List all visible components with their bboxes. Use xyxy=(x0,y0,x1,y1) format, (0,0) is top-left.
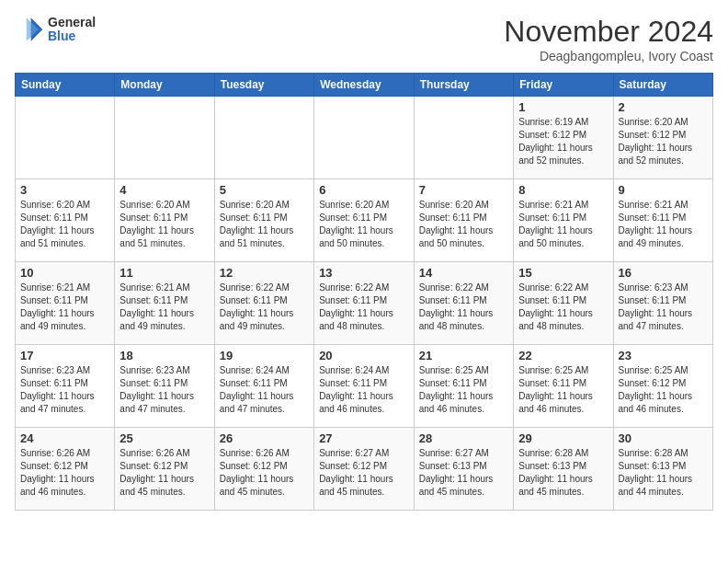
calendar-cell: 11Sunrise: 6:21 AM Sunset: 6:11 PM Dayli… xyxy=(115,262,214,345)
day-of-week-header: Friday xyxy=(514,74,613,97)
day-number: 4 xyxy=(119,183,209,197)
calendar-week-row: 10Sunrise: 6:21 AM Sunset: 6:11 PM Dayli… xyxy=(16,262,713,345)
day-info: Sunrise: 6:23 AM Sunset: 6:11 PM Dayligh… xyxy=(20,364,109,416)
calendar-cell: 22Sunrise: 6:25 AM Sunset: 6:11 PM Dayli… xyxy=(514,345,613,428)
calendar-cell: 5Sunrise: 6:20 AM Sunset: 6:11 PM Daylig… xyxy=(214,179,313,262)
day-number: 2 xyxy=(619,100,709,114)
day-number: 28 xyxy=(419,431,508,445)
day-info: Sunrise: 6:27 AM Sunset: 6:13 PM Dayligh… xyxy=(419,447,508,499)
day-number: 10 xyxy=(20,266,109,280)
day-info: Sunrise: 6:22 AM Sunset: 6:11 PM Dayligh… xyxy=(319,282,409,333)
day-number: 24 xyxy=(20,431,109,445)
calendar-cell: 23Sunrise: 6:25 AM Sunset: 6:12 PM Dayli… xyxy=(613,345,713,428)
calendar-cell: 8Sunrise: 6:21 AM Sunset: 6:11 PM Daylig… xyxy=(514,179,613,262)
day-info: Sunrise: 6:20 AM Sunset: 6:11 PM Dayligh… xyxy=(220,199,309,250)
day-info: Sunrise: 6:21 AM Sunset: 6:11 PM Dayligh… xyxy=(20,282,109,333)
day-info: Sunrise: 6:22 AM Sunset: 6:11 PM Dayligh… xyxy=(220,282,309,333)
day-of-week-header: Wednesday xyxy=(314,74,415,97)
calendar-cell xyxy=(16,97,115,179)
calendar-cell xyxy=(414,97,513,179)
calendar-cell: 20Sunrise: 6:24 AM Sunset: 6:11 PM Dayli… xyxy=(314,345,415,428)
day-info: Sunrise: 6:26 AM Sunset: 6:12 PM Dayligh… xyxy=(220,447,309,499)
calendar-week-row: 1Sunrise: 6:19 AM Sunset: 6:12 PM Daylig… xyxy=(16,97,713,179)
day-info: Sunrise: 6:24 AM Sunset: 6:11 PM Dayligh… xyxy=(319,364,409,416)
day-info: Sunrise: 6:26 AM Sunset: 6:12 PM Dayligh… xyxy=(119,447,209,499)
calendar-body: 1Sunrise: 6:19 AM Sunset: 6:12 PM Daylig… xyxy=(16,97,713,511)
day-of-week-header: Tuesday xyxy=(214,74,313,97)
day-of-week-header: Monday xyxy=(115,74,214,97)
calendar-cell: 3Sunrise: 6:20 AM Sunset: 6:11 PM Daylig… xyxy=(16,179,115,262)
day-of-week-header: Sunday xyxy=(16,74,115,97)
day-number: 16 xyxy=(619,266,709,280)
calendar-header: SundayMondayTuesdayWednesdayThursdayFrid… xyxy=(16,74,713,97)
day-number: 7 xyxy=(419,183,508,197)
calendar-cell: 25Sunrise: 6:26 AM Sunset: 6:12 PM Dayli… xyxy=(115,428,214,511)
logo-blue-text: Blue xyxy=(48,29,96,43)
calendar-cell: 14Sunrise: 6:22 AM Sunset: 6:11 PM Dayli… xyxy=(414,262,513,345)
calendar-cell: 27Sunrise: 6:27 AM Sunset: 6:12 PM Dayli… xyxy=(314,428,415,511)
day-info: Sunrise: 6:26 AM Sunset: 6:12 PM Dayligh… xyxy=(20,447,109,499)
day-info: Sunrise: 6:21 AM Sunset: 6:11 PM Dayligh… xyxy=(518,199,608,250)
day-number: 23 xyxy=(619,349,709,362)
calendar-cell xyxy=(314,97,415,179)
day-number: 22 xyxy=(518,349,608,362)
day-info: Sunrise: 6:28 AM Sunset: 6:13 PM Dayligh… xyxy=(518,447,608,499)
calendar-cell: 29Sunrise: 6:28 AM Sunset: 6:13 PM Dayli… xyxy=(514,428,613,511)
day-info: Sunrise: 6:27 AM Sunset: 6:12 PM Dayligh… xyxy=(319,447,409,499)
calendar-cell: 15Sunrise: 6:22 AM Sunset: 6:11 PM Dayli… xyxy=(514,262,613,345)
day-number: 15 xyxy=(518,266,608,280)
logo-general-text: General xyxy=(48,16,96,29)
month-title: November 2024 xyxy=(504,15,713,49)
title-block: November 2024 Deagbangompleu, Ivory Coas… xyxy=(504,15,713,63)
calendar-week-row: 3Sunrise: 6:20 AM Sunset: 6:11 PM Daylig… xyxy=(16,179,713,262)
calendar-cell: 13Sunrise: 6:22 AM Sunset: 6:11 PM Dayli… xyxy=(314,262,415,345)
location-text: Deagbangompleu, Ivory Coast xyxy=(504,49,713,63)
day-number: 29 xyxy=(518,431,608,445)
day-info: Sunrise: 6:25 AM Sunset: 6:11 PM Dayligh… xyxy=(419,364,508,416)
calendar-cell: 30Sunrise: 6:28 AM Sunset: 6:13 PM Dayli… xyxy=(613,428,713,511)
day-number: 14 xyxy=(419,266,508,280)
day-info: Sunrise: 6:24 AM Sunset: 6:11 PM Dayligh… xyxy=(220,364,309,416)
calendar-cell: 6Sunrise: 6:20 AM Sunset: 6:11 PM Daylig… xyxy=(314,179,415,262)
calendar-cell: 24Sunrise: 6:26 AM Sunset: 6:12 PM Dayli… xyxy=(16,428,115,511)
calendar-cell: 16Sunrise: 6:23 AM Sunset: 6:11 PM Dayli… xyxy=(613,262,713,345)
day-info: Sunrise: 6:25 AM Sunset: 6:12 PM Dayligh… xyxy=(619,364,709,416)
calendar-cell: 21Sunrise: 6:25 AM Sunset: 6:11 PM Dayli… xyxy=(414,345,513,428)
calendar-week-row: 24Sunrise: 6:26 AM Sunset: 6:12 PM Dayli… xyxy=(16,428,713,511)
day-number: 6 xyxy=(319,183,409,197)
days-of-week-row: SundayMondayTuesdayWednesdayThursdayFrid… xyxy=(16,74,713,97)
logo-text: General Blue xyxy=(48,16,96,44)
day-number: 9 xyxy=(619,183,709,197)
day-number: 8 xyxy=(518,183,608,197)
day-info: Sunrise: 6:20 AM Sunset: 6:12 PM Dayligh… xyxy=(619,116,709,167)
calendar-week-row: 17Sunrise: 6:23 AM Sunset: 6:11 PM Dayli… xyxy=(16,345,713,428)
day-number: 3 xyxy=(20,183,109,197)
calendar-cell: 9Sunrise: 6:21 AM Sunset: 6:11 PM Daylig… xyxy=(613,179,713,262)
day-info: Sunrise: 6:22 AM Sunset: 6:11 PM Dayligh… xyxy=(518,282,608,333)
day-info: Sunrise: 6:25 AM Sunset: 6:11 PM Dayligh… xyxy=(518,364,608,416)
calendar-cell: 18Sunrise: 6:23 AM Sunset: 6:11 PM Dayli… xyxy=(115,345,214,428)
calendar-cell: 28Sunrise: 6:27 AM Sunset: 6:13 PM Dayli… xyxy=(414,428,513,511)
logo-icon xyxy=(15,15,44,44)
day-info: Sunrise: 6:21 AM Sunset: 6:11 PM Dayligh… xyxy=(119,282,209,333)
day-info: Sunrise: 6:20 AM Sunset: 6:11 PM Dayligh… xyxy=(20,199,109,250)
calendar-cell: 19Sunrise: 6:24 AM Sunset: 6:11 PM Dayli… xyxy=(214,345,313,428)
day-number: 21 xyxy=(419,349,508,362)
day-info: Sunrise: 6:23 AM Sunset: 6:11 PM Dayligh… xyxy=(119,364,209,416)
calendar-cell: 1Sunrise: 6:19 AM Sunset: 6:12 PM Daylig… xyxy=(514,97,613,179)
logo: General Blue xyxy=(15,15,96,44)
calendar-cell: 17Sunrise: 6:23 AM Sunset: 6:11 PM Dayli… xyxy=(16,345,115,428)
day-info: Sunrise: 6:20 AM Sunset: 6:11 PM Dayligh… xyxy=(319,199,409,250)
calendar-cell: 12Sunrise: 6:22 AM Sunset: 6:11 PM Dayli… xyxy=(214,262,313,345)
day-info: Sunrise: 6:21 AM Sunset: 6:11 PM Dayligh… xyxy=(619,199,709,250)
calendar-cell: 7Sunrise: 6:20 AM Sunset: 6:11 PM Daylig… xyxy=(414,179,513,262)
day-info: Sunrise: 6:23 AM Sunset: 6:11 PM Dayligh… xyxy=(619,282,709,333)
day-number: 13 xyxy=(319,266,409,280)
day-number: 5 xyxy=(220,183,309,197)
calendar-cell xyxy=(214,97,313,179)
day-number: 17 xyxy=(20,349,109,362)
day-info: Sunrise: 6:20 AM Sunset: 6:11 PM Dayligh… xyxy=(419,199,508,250)
day-number: 27 xyxy=(319,431,409,445)
page-header: General Blue November 2024 Deagbangomple… xyxy=(15,15,713,63)
day-number: 19 xyxy=(220,349,309,362)
